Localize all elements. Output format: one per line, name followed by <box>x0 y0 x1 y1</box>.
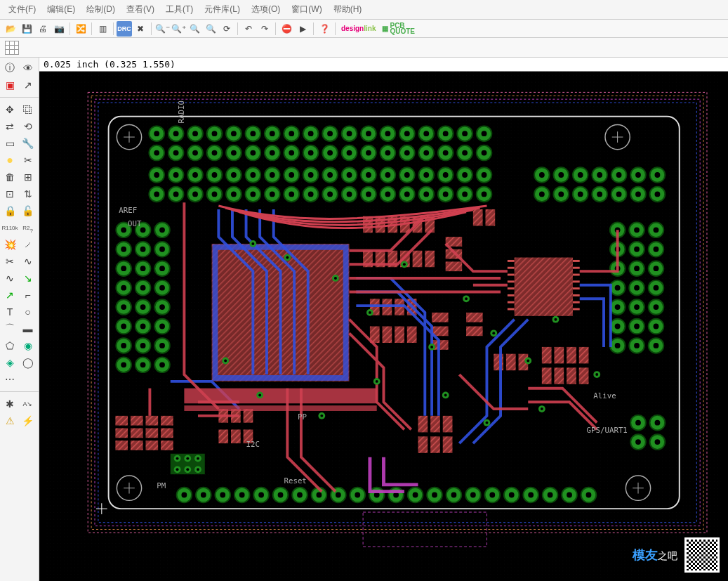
value-tool[interactable]: R2? <box>20 220 36 235</box>
camera-button[interactable]: 📷 <box>51 21 67 37</box>
unlock-tool[interactable]: 🔓 <box>20 203 36 218</box>
route-tool[interactable]: ↘ <box>20 270 36 286</box>
print-button[interactable]: 🖨 <box>35 21 51 37</box>
zoom-in-button[interactable]: 🔍⁺ <box>171 21 186 37</box>
layers-tool[interactable]: ▣ <box>2 77 18 93</box>
ripup-tool[interactable]: ↗ <box>2 287 18 303</box>
errors-tool[interactable]: ⚡ <box>20 413 36 429</box>
rect-tool[interactable]: ▬ <box>20 321 36 337</box>
separator <box>113 22 114 35</box>
hole-tool[interactable]: ◯ <box>20 355 36 370</box>
separator <box>70 22 70 35</box>
watermark-logo: 模友之吧 <box>633 547 677 563</box>
optimize-tool[interactable]: ∿ <box>20 254 36 269</box>
lock-tool[interactable]: 🔒 <box>2 203 18 218</box>
zoom-select-button[interactable]: 🔍 <box>203 21 218 37</box>
group-select-tool[interactable]: ▭ <box>2 136 18 151</box>
open-button[interactable]: 📂 <box>3 21 18 37</box>
undo-button[interactable]: ↶ <box>241 21 256 37</box>
circle-tool[interactable]: ○ <box>20 304 36 320</box>
svg-rect-91 <box>131 440 143 450</box>
replace-tool[interactable]: ⊡ <box>2 186 18 202</box>
attribute-tool[interactable]: ⋯ <box>2 372 18 387</box>
cut-tool[interactable]: ✂ <box>20 152 36 168</box>
stop-button[interactable]: ⛔ <box>279 21 294 37</box>
svg-text:PP: PP <box>298 412 307 422</box>
arc-tool[interactable]: ⌒ <box>2 321 18 337</box>
menu-options[interactable]: 选项(O) <box>246 1 286 18</box>
info-tool[interactable]: ⓘ <box>2 60 18 76</box>
pcb-canvas[interactable]: RADIO AREF OUT Reset I2C Alive GPS/UART1… <box>39 72 728 581</box>
left-tool-panel: ⓘ 👁 ▣ ↗ ✥ ⿻ ⇄ ⟲ ▭ 🔧 ● ✂ 🗑 ⊞ ⊡ ⇅ 🔒 🔓 R110… <box>0 58 39 581</box>
delete-tool[interactable]: 🗑 <box>2 169 18 185</box>
svg-text:Alive: Alive <box>593 391 616 400</box>
auto-tool[interactable]: A↘ <box>20 396 36 412</box>
mirror-tool[interactable]: ⇄ <box>2 119 18 134</box>
save-button[interactable]: 💾 <box>19 21 34 37</box>
signal-tool[interactable]: ◈ <box>2 355 18 370</box>
svg-text:I2C: I2C <box>246 440 260 449</box>
zoom-fit-button[interactable]: 🔍 <box>187 21 202 37</box>
move-tool[interactable]: ✥ <box>2 102 18 117</box>
svg-rect-90 <box>115 440 128 450</box>
erc-tool[interactable]: ⚠ <box>2 413 18 429</box>
paste-tool[interactable]: ● <box>2 152 18 168</box>
canvas-area: 0.025 inch (0.325 1.550) <box>39 58 728 581</box>
zoom-redraw-button[interactable]: ⟳ <box>219 21 234 37</box>
designlink-logo[interactable]: designlink <box>338 22 378 35</box>
schematic-button[interactable]: 🔀 <box>73 21 88 37</box>
menu-window[interactable]: 窗口(W) <box>286 1 327 18</box>
svg-rect-101 <box>430 416 440 433</box>
miter-tool[interactable]: ⟋ <box>20 237 36 252</box>
svg-rect-55 <box>446 261 463 271</box>
svg-rect-93 <box>161 440 173 450</box>
separator <box>275 22 276 35</box>
separator <box>237 22 238 35</box>
meander-tool[interactable]: ∿ <box>2 270 18 286</box>
add-tool[interactable]: ⊞ <box>20 169 36 185</box>
menu-edit[interactable]: 编辑(E) <box>41 1 81 18</box>
go-button[interactable]: ▶ <box>295 21 310 37</box>
help-button[interactable]: ❓ <box>317 21 332 37</box>
text-tool[interactable]: T <box>2 304 18 320</box>
watermark: 模友之吧 <box>633 537 720 573</box>
via-tool[interactable]: ◉ <box>20 338 36 353</box>
swap-tool[interactable]: ⇅ <box>20 186 36 202</box>
pcbquote-logo[interactable]: ▦ PCBQUOTE <box>379 22 418 35</box>
rotate-tool[interactable]: ⟲ <box>20 119 36 134</box>
svg-rect-98 <box>231 429 241 443</box>
eye-tool[interactable]: 👁 <box>20 60 36 76</box>
svg-rect-102 <box>443 416 453 433</box>
split-tool[interactable]: ✂ <box>2 254 18 269</box>
smash-tool[interactable]: 💥 <box>2 237 18 252</box>
svg-rect-64 <box>395 327 404 344</box>
menu-tools[interactable]: 工具(T) <box>160 1 199 18</box>
ratsnest-tool[interactable]: ✱ <box>2 396 18 412</box>
menu-file[interactable]: 文件(F) <box>3 1 41 18</box>
drc-button[interactable]: DRC <box>117 21 132 37</box>
menu-help[interactable]: 帮助(H) <box>328 1 368 18</box>
redo-button[interactable]: ↷ <box>257 21 272 37</box>
bars-button[interactable]: ▥ <box>95 21 110 37</box>
zoom-out-button[interactable]: 🔍⁻ <box>154 21 170 37</box>
svg-text:PM: PM <box>157 481 166 490</box>
name-tool[interactable]: R110k <box>2 220 18 235</box>
watermark-qrcode <box>684 537 720 573</box>
change-tool[interactable]: 🔧 <box>20 136 36 151</box>
svg-rect-103 <box>418 436 428 453</box>
svg-rect-56 <box>473 209 483 226</box>
menu-draw[interactable]: 绘制(D) <box>81 1 121 18</box>
svg-rect-24 <box>515 258 573 316</box>
grid-button[interactable] <box>4 40 20 56</box>
svg-rect-66 <box>432 313 449 322</box>
svg-rect-100 <box>418 416 428 433</box>
svg-rect-97 <box>218 429 228 443</box>
wire-tool[interactable]: ⌐ <box>20 287 36 303</box>
copy-tool[interactable]: ⿻ <box>20 102 36 117</box>
menu-view[interactable]: 查看(V) <box>121 1 160 18</box>
svg-text:AREF: AREF <box>119 206 137 215</box>
polygon-tool[interactable]: ⬠ <box>2 338 18 353</box>
clear-drc-button[interactable]: ✖ <box>133 21 148 37</box>
menu-library[interactable]: 元件库(L) <box>199 1 246 18</box>
move-layer-tool[interactable]: ↗ <box>20 77 36 93</box>
